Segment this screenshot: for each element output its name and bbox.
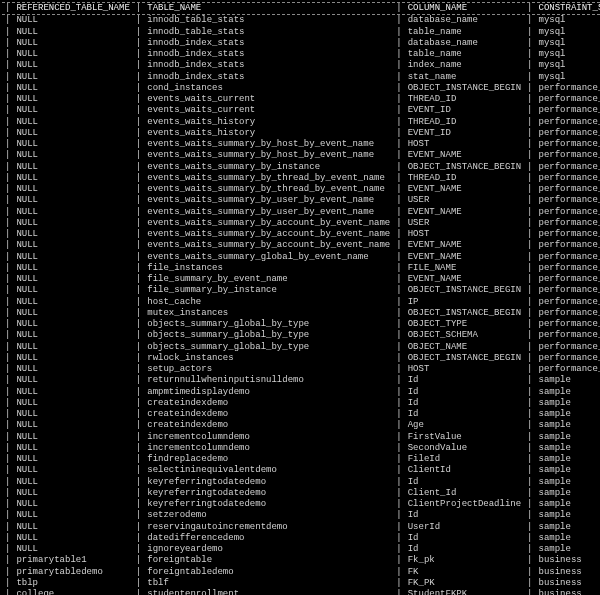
- column-separator: |: [524, 567, 535, 578]
- column-separator: |: [524, 477, 535, 488]
- table-cell: NULL: [13, 285, 132, 296]
- column-separator: |: [2, 510, 13, 521]
- table-cell: NULL: [13, 162, 132, 173]
- table-row: |NULL|innodb_table_stats|table_name|mysq…: [2, 27, 600, 38]
- table-cell: primarytable1: [13, 555, 132, 566]
- column-separator: |: [133, 218, 144, 229]
- table-cell: NULL: [13, 38, 132, 49]
- table-cell: sample: [536, 375, 600, 386]
- table-cell: selectininequivalentdemo: [144, 465, 393, 476]
- column-separator: |: [524, 420, 535, 431]
- table-cell: NULL: [13, 477, 132, 488]
- column-separator: |: [133, 488, 144, 499]
- column-separator: |: [393, 477, 404, 488]
- column-separator: |: [133, 319, 144, 330]
- table-row: |NULL|createindexdemo|Id|sample|: [2, 409, 600, 420]
- table-cell: StudentFKPK: [405, 589, 524, 595]
- table-row: |NULL|findreplacedemo|FileId|sample|: [2, 454, 600, 465]
- column-separator: |: [524, 297, 535, 308]
- table-cell: NULL: [13, 263, 132, 274]
- table-row: |primarytabledemo|foreigntabledemo|FK|bu…: [2, 567, 600, 578]
- table-cell: innodb_index_stats: [144, 38, 393, 49]
- table-row: |NULL|keyreferringtodatedemo|Client_Id|s…: [2, 488, 600, 499]
- column-separator: |: [2, 488, 13, 499]
- table-row: |NULL|host_cache|IP|performance_schema|: [2, 297, 600, 308]
- column-separator: |: [524, 342, 535, 353]
- table-cell: performance_schema: [536, 263, 600, 274]
- table-cell: setzerodemo: [144, 510, 393, 521]
- column-separator: |: [524, 375, 535, 386]
- table-cell: FK_PK: [405, 578, 524, 589]
- table-cell: Id: [405, 533, 524, 544]
- column-separator: |: [524, 49, 535, 60]
- column-separator: |: [2, 353, 13, 364]
- table-cell: NULL: [13, 443, 132, 454]
- column-separator: |: [133, 353, 144, 364]
- table-cell: THREAD_ID: [405, 173, 524, 184]
- column-separator: |: [2, 297, 13, 308]
- table-cell: mysql: [536, 49, 600, 60]
- column-separator: |: [133, 578, 144, 589]
- column-separator: |: [393, 522, 404, 533]
- table-cell: NULL: [13, 420, 132, 431]
- column-separator: |: [2, 398, 13, 409]
- table-cell: HOST: [405, 229, 524, 240]
- column-separator: |: [133, 443, 144, 454]
- table-cell: mysql: [536, 60, 600, 71]
- table-cell: performance_schema: [536, 308, 600, 319]
- table-cell: index_name: [405, 60, 524, 71]
- column-separator: |: [393, 83, 404, 94]
- table-cell: database_name: [405, 38, 524, 49]
- column-separator: |: [524, 364, 535, 375]
- column-separator: |: [2, 94, 13, 105]
- column-separator: |: [133, 432, 144, 443]
- table-cell: sample: [536, 477, 600, 488]
- column-separator: |: [2, 105, 13, 116]
- table-cell: NULL: [13, 375, 132, 386]
- column-separator: |: [524, 319, 535, 330]
- column-separator: |: [393, 454, 404, 465]
- table-row: |NULL|events_waits_summary_by_account_by…: [2, 229, 600, 240]
- table-cell: foreigntable: [144, 555, 393, 566]
- column-separator: |: [133, 465, 144, 476]
- table-cell: performance_schema: [536, 285, 600, 296]
- column-separator: |: [133, 589, 144, 595]
- column-separator: |: [133, 207, 144, 218]
- column-separator: |: [2, 465, 13, 476]
- table-cell: cond_instances: [144, 83, 393, 94]
- column-separator: |: [524, 15, 535, 26]
- table-cell: Id: [405, 398, 524, 409]
- table-cell: performance_schema: [536, 128, 600, 139]
- table-cell: sample: [536, 454, 600, 465]
- column-separator: |: [524, 533, 535, 544]
- table-cell: NULL: [13, 398, 132, 409]
- column-separator: |: [393, 297, 404, 308]
- column-separator: |: [524, 173, 535, 184]
- table-cell: sample: [536, 443, 600, 454]
- column-separator: |: [393, 195, 404, 206]
- table-row: |NULL|events_waits_history|EVENT_ID|perf…: [2, 128, 600, 139]
- terminal-output: |REFERENCED_TABLE_NAME|TABLE_NAME|COLUMN…: [0, 0, 600, 595]
- table-cell: NULL: [13, 240, 132, 251]
- table-cell: performance_schema: [536, 353, 600, 364]
- table-cell: EVENT_NAME: [405, 240, 524, 251]
- column-separator: |: [524, 195, 535, 206]
- column-separator: |: [393, 173, 404, 184]
- column-separator: |: [133, 117, 144, 128]
- result-table: |REFERENCED_TABLE_NAME|TABLE_NAME|COLUMN…: [2, 2, 600, 595]
- column-separator: |: [2, 49, 13, 60]
- column-separator: |: [2, 477, 13, 488]
- table-cell: OBJECT_INSTANCE_BEGIN: [405, 308, 524, 319]
- table-cell: HOST: [405, 139, 524, 150]
- table-cell: NULL: [13, 15, 132, 26]
- table-cell: Id: [405, 510, 524, 521]
- column-separator: |: [393, 578, 404, 589]
- column-separator: |: [393, 308, 404, 319]
- table-cell: sample: [536, 387, 600, 398]
- table-cell: NULL: [13, 544, 132, 555]
- table-row: |NULL|innodb_index_stats|table_name|mysq…: [2, 49, 600, 60]
- table-cell: OBJECT_NAME: [405, 342, 524, 353]
- table-cell: NULL: [13, 297, 132, 308]
- table-cell: NULL: [13, 308, 132, 319]
- column-separator: |: [133, 27, 144, 38]
